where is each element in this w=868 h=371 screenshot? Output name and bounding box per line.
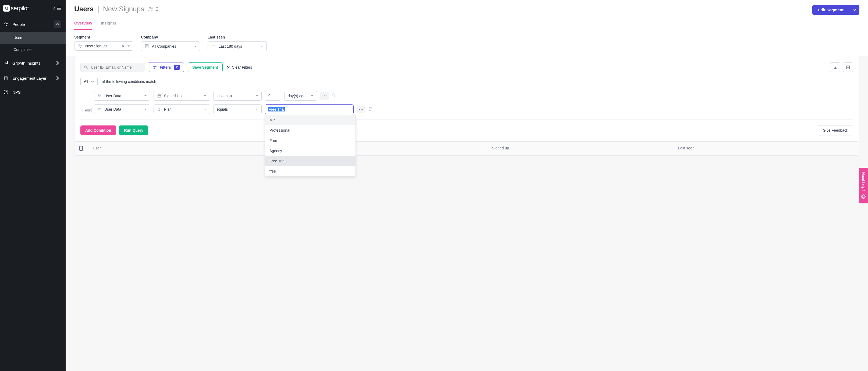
column-header-last-seen[interactable]: Last seen [673,142,859,155]
company-value: All Companies [152,44,176,49]
dropdown-option[interactable]: Professional [265,125,355,136]
filters-count-badge: 2 [174,65,180,70]
nav-label: Engagement Layer [12,76,46,81]
match-mode-select[interactable]: All [81,77,98,86]
dropdown-option[interactable]: Mini [265,115,355,125]
trash-icon [368,106,372,111]
condition-operator-select[interactable]: equals [213,105,261,114]
menu-icon [57,6,61,10]
filters-button[interactable]: Filters 2 [149,62,184,72]
life-ring-icon [861,194,866,199]
svg-point-16 [323,95,323,96]
bars-icon [3,60,9,66]
nav-people[interactable]: People [0,17,66,32]
give-feedback-button[interactable]: Give Feedback [818,125,853,136]
main-content: Users | New Signups 0 Edit Segment Overv… [66,0,868,371]
users-icon [78,44,83,48]
tab-overview[interactable]: Overview [74,21,92,30]
add-condition-button[interactable]: Add Condition [81,125,116,135]
nav-companies[interactable]: Companies [0,44,66,55]
condition-value-input[interactable]: Free Trial [265,105,353,114]
collapse-sidebar-button[interactable] [53,6,61,10]
columns-button[interactable] [843,62,853,72]
text-icon [157,107,161,111]
help-tab[interactable]: Need help? [859,168,868,203]
calendar-icon [157,94,161,98]
row-actions [357,106,372,113]
condition-value-input[interactable] [265,91,281,101]
svg-point-21 [359,109,360,110]
nav-users[interactable]: Users [0,32,66,44]
svg-point-10 [155,66,156,67]
company-select[interactable]: All Companies [141,41,200,51]
condition-field-select[interactable]: Signed Up [154,91,210,101]
match-mode-value: All [84,79,88,84]
last-seen-select[interactable]: Last 180 days [208,41,267,51]
nav-label: Growth Insights [12,61,40,65]
condition-operator-select[interactable]: less than [213,91,261,101]
conditions-tree: and User Data Signed Up [81,91,853,114]
svg-point-19 [98,108,99,109]
results-table: User First seen Signed up Last seen [74,142,859,155]
chevron-right-icon [55,60,60,66]
condition-unit-select[interactable]: day(s) ago [284,91,317,101]
dropdown-option[interactable]: Free [265,136,355,146]
condition-source-select[interactable]: User Data [94,105,150,114]
collapse-people-button[interactable] [54,21,61,28]
column-header-signed-up[interactable]: Signed up [487,142,673,155]
last-seen-filter: Last seen Last 180 days [208,35,267,51]
query-builder-card: Filters 2 Save Segment Clear Filters [74,56,859,142]
edit-segment-button[interactable]: Edit Segment [812,5,849,15]
nav-nps[interactable]: NPS [0,86,66,98]
more-actions-button[interactable] [357,106,366,113]
trash-icon [332,93,336,98]
delete-condition-button[interactable] [332,93,336,99]
edit-segment-dropdown-button[interactable] [849,5,859,15]
run-query-button[interactable]: Run Query [119,125,148,135]
svg-point-9 [85,66,87,68]
sidebar: userpilot People Users Companies Growth … [0,0,66,371]
dropdown-option[interactable]: free [265,166,355,176]
query-toolbar: Filters 2 Save Segment Clear Filters [81,62,853,72]
search-box[interactable] [81,63,145,72]
building-icon [145,44,149,49]
page-title-row: Users | New Signups 0 [74,5,158,13]
clear-filters-button[interactable]: Clear Filters [226,65,252,69]
chevron-up-icon [55,22,60,27]
svg-point-3 [149,7,151,9]
expand-engagement-button[interactable] [54,74,61,82]
page-header: Users | New Signups 0 Edit Segment [66,0,868,15]
chevron-down-icon [91,81,94,83]
caret-down-icon [144,95,147,97]
dropdown-option[interactable]: Free Trial [265,156,355,166]
user-count: 0 [148,6,158,12]
download-button[interactable] [830,62,840,72]
caret-down-icon [260,46,263,47]
svg-rect-7 [146,45,149,48]
more-actions-button[interactable] [320,92,329,99]
expand-growth-button[interactable] [54,59,61,67]
select-all-checkbox[interactable] [79,146,83,151]
svg-point-6 [81,45,82,46]
clear-segment-button[interactable] [121,44,124,48]
condition-source-select[interactable]: User Data [94,91,150,101]
delete-condition-button[interactable] [368,106,372,112]
tab-insights[interactable]: Insights [101,21,117,30]
search-input[interactable] [91,65,142,69]
source-value: User Data [104,94,121,98]
people-icon [3,22,9,27]
caret-down-icon [311,95,313,97]
nav-label: NPS [12,90,21,94]
nav-engagement-layer[interactable]: Engagement Layer [0,70,66,86]
svg-point-5 [79,45,80,46]
brand-text: serpilot [11,5,29,12]
sliders-icon [153,65,157,69]
content-area: Filters 2 Save Segment Clear Filters [66,56,868,371]
caret-down-icon [127,45,130,47]
save-segment-button[interactable]: Save Segment [188,62,223,72]
segment-select[interactable]: New Signups [74,41,133,51]
logo-icon: u [3,5,10,11]
condition-field-select[interactable]: Plan [154,105,210,114]
dropdown-option[interactable]: Agency [265,146,355,156]
nav-growth-insights[interactable]: Growth Insights [0,55,66,70]
